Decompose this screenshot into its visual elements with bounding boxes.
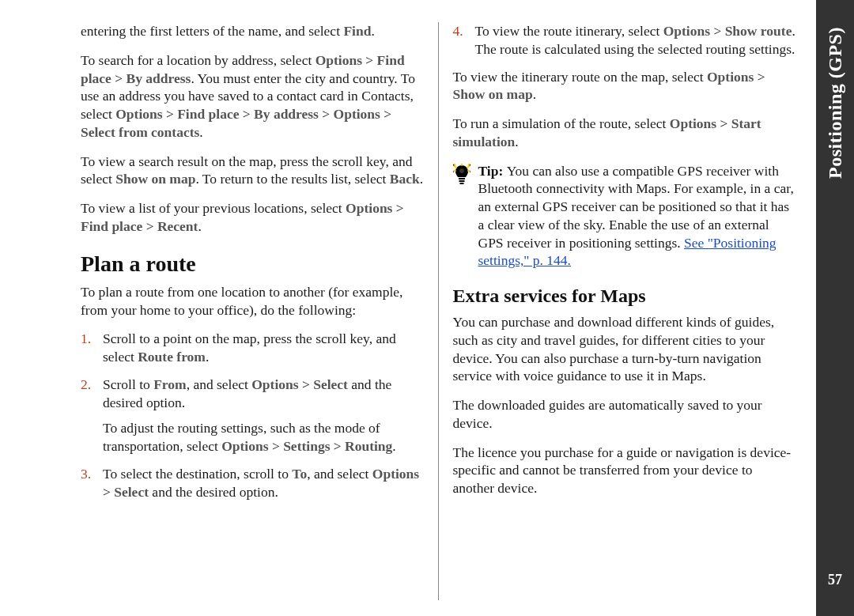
page-number: 57 [816, 572, 854, 588]
step-number: 4. [453, 22, 463, 40]
ui-label-options: Options [663, 23, 710, 39]
manual-page: entering the first letters of the name, … [0, 0, 854, 616]
body-text: You can purchase and download different … [453, 313, 796, 385]
ui-label-show-on-map: Show on map [115, 171, 195, 187]
tip-text: Tip: You can also use a compatible GPS r… [478, 162, 796, 270]
step-number: 1. [81, 330, 91, 348]
ui-label-settings: Settings [283, 438, 330, 454]
ui-label-options: Options [251, 376, 298, 392]
ui-label-options: Options [316, 52, 362, 68]
body-text: entering the first letters of the name, … [81, 22, 424, 40]
ui-label-options: Options [346, 200, 392, 216]
chapter-tab-label: Positioning (GPS) [825, 27, 846, 179]
ui-label-to: To [292, 466, 307, 482]
body-text: To run a simulation of the route, select… [453, 115, 796, 151]
ui-label-find-place: Find place [81, 218, 142, 234]
step-subtext: To adjust the routing settings, such as … [103, 419, 424, 455]
steps-list: 1. Scroll to a point on the map, press t… [81, 330, 424, 501]
svg-point-4 [459, 168, 464, 173]
step-4: 4. To view the route itinerary, select O… [453, 22, 796, 59]
ui-label-by-address: By address [127, 70, 191, 86]
svg-rect-0 [459, 178, 465, 180]
step-1: 1. Scroll to a point on the map, press t… [81, 330, 424, 366]
body-text: To search for a location by address, sel… [81, 51, 424, 142]
ui-label-options: Options [707, 69, 754, 85]
ui-label-back: Back [390, 171, 420, 187]
step-number: 3. [81, 465, 91, 483]
ui-label-select: Select [313, 376, 348, 392]
ui-label-select-from-contacts: Select from contacts [81, 124, 199, 140]
body-text: The downloaded guides are automatically … [453, 396, 796, 433]
tip-label: Tip: [478, 163, 507, 179]
ui-label-options: Options [334, 106, 380, 122]
ui-label-routing: Routing [345, 438, 392, 454]
ui-label-show-route: Show route [725, 23, 792, 39]
ui-label-by-address: By address [254, 106, 319, 122]
ui-label-options: Options [115, 106, 162, 122]
ui-label-route-from: Route from [138, 349, 206, 365]
body-text: To view a search result on the map, pres… [81, 153, 424, 189]
left-column: entering the first letters of the name, … [71, 22, 439, 600]
heading-plan-a-route: Plan a route [81, 250, 424, 278]
ui-label-options: Options [372, 466, 419, 482]
step-number: 2. [81, 376, 91, 394]
tip-block: Tip: You can also use a compatible GPS r… [453, 162, 796, 270]
step-2: 2. Scroll to From, and select Options > … [81, 376, 424, 455]
ui-label-options: Options [670, 115, 716, 131]
step-3: 3. To select the destination, scroll to … [81, 465, 424, 501]
heading-extra-services: Extra services for Maps [453, 284, 796, 308]
right-column: 4. To view the route itinerary, select O… [439, 22, 801, 600]
ui-label-from: From [153, 376, 186, 392]
svg-rect-2 [459, 183, 463, 184]
body-text: To view the itinerary route on the map, … [453, 68, 796, 104]
body-text: To view a list of your previous location… [81, 199, 424, 236]
lightbulb-icon [453, 164, 470, 186]
chapter-tab: Positioning (GPS) 57 [816, 0, 854, 616]
ui-label-options: Options [221, 438, 268, 454]
ui-label-select: Select [114, 484, 149, 500]
ui-label-recent: Recent [157, 218, 198, 234]
body-text: The licence you purchase for a guide or … [453, 444, 796, 497]
svg-rect-1 [459, 180, 464, 182]
steps-list-continued: 4. To view the route itinerary, select O… [453, 22, 796, 59]
ui-label-find-place: Find place [177, 106, 239, 122]
ui-label-show-on-map: Show on map [453, 86, 533, 102]
body-text: To plan a route from one location to ano… [81, 283, 424, 319]
ui-label-find: Find [343, 23, 371, 39]
content-area: entering the first letters of the name, … [0, 0, 816, 616]
